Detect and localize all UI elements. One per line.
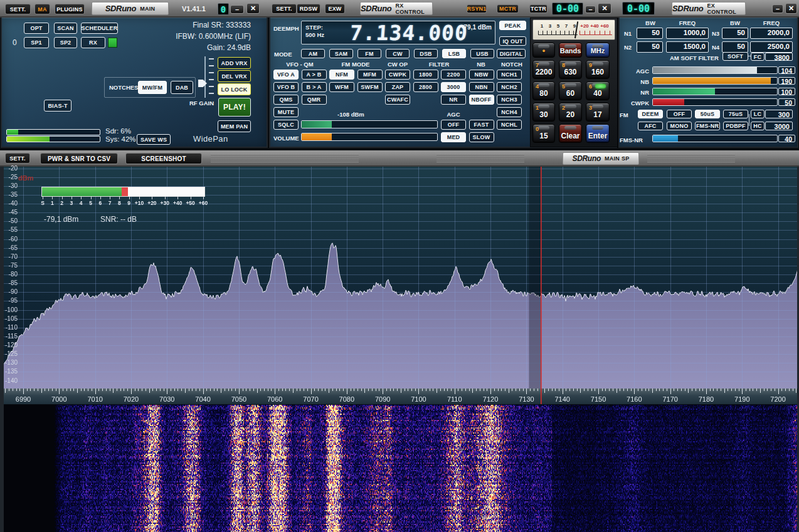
fast-button[interactable]: FAST [469,120,494,130]
nboff-button[interactable]: NBOFF [469,95,494,105]
mhz-key[interactable]: MHz [586,43,610,58]
cwpk-slider[interactable] [652,98,778,106]
deem-off-button[interactable]: OFF [667,110,692,118]
screenshot-button[interactable]: SCREENSHOT [125,153,202,164]
scan-button[interactable]: SCAN [54,23,77,34]
pdbpf-button[interactable]: PDBPF [723,122,748,130]
sp2-button[interactable]: SP2 [54,37,77,48]
mute-button[interactable]: MUTE [273,107,299,117]
key-0[interactable]: 015 [532,124,555,143]
fms-nr-slider[interactable] [652,135,778,142]
key-4[interactable]: 480 [532,81,555,100]
decimal-key[interactable]: ● [532,43,555,58]
rf-gain-slider-track[interactable] [204,56,206,98]
1800-button[interactable]: 1800 [413,70,438,80]
sp1-button[interactable]: SP1 [24,37,49,48]
vfo-b-button[interactable]: VFO B [273,82,299,92]
main-sett-button[interactable]: SETT. [5,4,31,14]
deem-50us-button[interactable]: 50uS [695,110,720,118]
n3-freq-field[interactable]: 2000,0 [750,28,793,39]
rx-button[interactable]: RX [81,37,105,48]
n4-bw-field[interactable]: 50 [722,41,748,53]
key-1[interactable]: 130 [532,103,555,122]
a-b-button[interactable]: A > B [302,70,327,80]
soft-filter-button[interactable]: SOFT [722,52,748,61]
main-close-button[interactable]: ✕ [246,3,260,14]
lo-lock-button[interactable]: LO LOCK [218,83,251,95]
waterfall-canvas[interactable] [0,405,799,532]
wfm-button[interactable]: WFM [329,82,354,92]
n1-bw-field[interactable]: 50 [637,28,663,39]
2800-button[interactable]: 2800 [413,82,438,92]
enter-key[interactable]: Enter [586,124,610,143]
off-button[interactable]: OFF [441,120,466,130]
n3-bw-field[interactable]: 50 [722,28,748,39]
nbn-button[interactable]: NBN [469,82,494,92]
n2-bw-field[interactable]: 50 [637,41,663,53]
add-vrx-button[interactable]: ADD VRX [218,57,251,69]
nfm-button[interactable]: NFM [329,70,354,80]
frequency-ruler-canvas[interactable] [0,389,799,405]
scheduler-button[interactable]: SCHEDULER [81,23,118,34]
nch2-button[interactable]: NCH2 [497,82,522,92]
main-ma-button[interactable]: MA [34,4,50,14]
volume-bar[interactable] [301,133,438,141]
qms-button[interactable]: QMS [273,95,299,105]
2200-button[interactable]: 2200 [441,70,466,80]
key-2[interactable]: 220 [559,103,582,122]
fc-value-field[interactable]: 3800 [765,53,793,61]
lc-value-field[interactable]: 300 [765,110,793,118]
key-3[interactable]: 317 [586,103,610,122]
nr-button[interactable]: NR [441,95,466,105]
key-9[interactable]: 9160 [586,60,610,79]
ex-titlebar[interactable]: 0-00 SDRuno EX CONTROL – ✕ [618,0,799,18]
mfm-button[interactable]: MFM [357,70,383,80]
mono-button[interactable]: MONO [667,122,692,130]
ex-minimize-button[interactable]: – [772,4,783,13]
squelch-bar[interactable] [301,120,438,128]
mwfm-notch-button[interactable]: MW/FM [138,81,167,94]
nb-slider[interactable] [652,77,778,85]
bands-key[interactable]: Bands [559,43,582,58]
nch1-button[interactable]: NCH1 [497,70,522,80]
nchl-button[interactable]: NCHL [497,120,522,130]
b-a-button[interactable]: B > A [302,82,327,92]
nch3-button[interactable]: NCH3 [497,95,522,105]
dab-notch-button[interactable]: DAB [171,81,193,94]
fms-nr-button[interactable]: FMS-NR [695,122,720,130]
key-6[interactable]: 640 [586,81,610,100]
vfo-a-button[interactable]: VFO A [273,70,299,80]
key-8[interactable]: 8630 [559,60,582,79]
nr-slider[interactable] [652,88,778,95]
deem-button[interactable]: DEEM [638,110,663,118]
frequency-ruler[interactable] [0,389,799,405]
med-button[interactable]: MED [441,132,466,142]
n4-freq-field[interactable]: 2500,0 [750,41,793,53]
afc-button[interactable]: AFC [638,122,663,130]
waterfall-area[interactable] [0,405,799,532]
bias-t-button[interactable]: BIAS-T [44,100,71,112]
cwpk-button[interactable]: CWPK [385,70,410,80]
cwafc-button[interactable]: CWAFC [385,95,410,105]
main-titlebar[interactable]: SETT. MA PLUGINS SDRuno MAIN V1.41.1 0 –… [0,0,268,18]
hc-value-field[interactable]: 3000 [765,122,793,130]
zap-button[interactable]: ZAP [385,82,410,92]
sp-titlebar[interactable]: SETT. PWR & SNR TO CSV SCREENSHOT SDRuno… [0,150,799,167]
sqlc-button[interactable]: SQLC [273,120,299,130]
clear-key[interactable]: Clear [559,124,582,143]
main-minimize-button[interactable]: – [230,5,244,14]
play-button[interactable]: PLAY! [218,98,251,117]
n2-freq-field[interactable]: 1500,0 [666,41,709,53]
agc-slider[interactable] [652,66,778,74]
csv-export-button[interactable]: PWR & SNR TO CSV [40,153,118,164]
slow-button[interactable]: SLOW [469,132,494,142]
save-ws-button[interactable]: SAVE WS [137,134,171,145]
mem-pan-button[interactable]: MEM PAN [218,120,251,132]
n1-freq-field[interactable]: 1000,0 [666,28,709,39]
main-plugins-button[interactable]: PLUGINS [55,4,85,14]
nbw-button[interactable]: NBW [469,70,494,80]
qmr-button[interactable]: QMR [302,95,327,105]
ex-close-button[interactable]: ✕ [785,3,797,14]
key-7[interactable]: 72200 [532,60,555,79]
opt-button[interactable]: OPT [24,23,49,34]
